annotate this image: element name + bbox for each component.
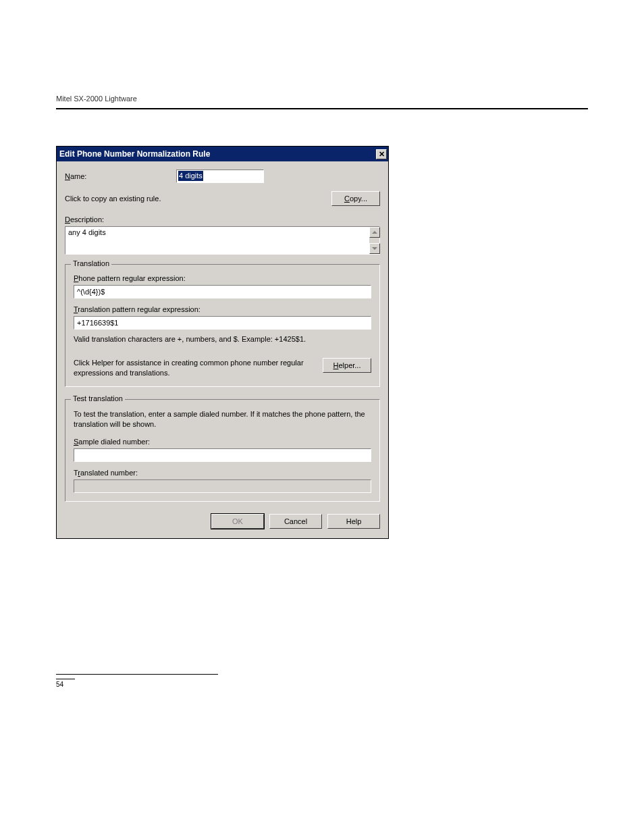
dialog-button-row: OK Cancel Help	[65, 514, 380, 529]
description-label: Description:	[65, 215, 380, 224]
scroll-up-icon[interactable]	[369, 227, 380, 238]
description-scrollbar[interactable]	[369, 226, 380, 255]
scroll-down-icon[interactable]	[369, 243, 380, 254]
translation-legend: Translation	[71, 259, 111, 267]
description-field[interactable]: any 4 digits	[65, 226, 380, 255]
edit-rule-dialog: Edit Phone Number Normalization Rule ✕ N…	[56, 146, 389, 539]
dialog-title: Edit Phone Number Normalization Rule	[59, 149, 210, 159]
name-label: Name:	[65, 172, 176, 180]
page-number-rule	[56, 679, 75, 679]
test-intro: To test the translation, enter a sample …	[74, 409, 371, 429]
test-legend: Test translation	[71, 394, 125, 402]
copy-hint: Click to copy an existing rule.	[65, 194, 161, 203]
description-textarea[interactable]: any 4 digits	[65, 226, 369, 255]
close-icon[interactable]: ✕	[376, 149, 387, 159]
translation-hint: Valid translation characters are +, numb…	[74, 335, 371, 343]
phone-pattern-label: Phone pattern regular expression:	[74, 274, 371, 282]
translation-pattern-input[interactable]	[74, 316, 371, 330]
ok-button[interactable]: OK	[211, 514, 264, 529]
phone-pattern-input[interactable]	[74, 285, 371, 298]
sample-dialed-label: Sample dialed number:	[74, 438, 371, 446]
test-translation-groupbox: Test translation To test the translation…	[65, 399, 380, 502]
help-button[interactable]: Help	[327, 514, 380, 529]
helper-text: Click Helper for assistance in creating …	[74, 358, 316, 378]
sample-dialed-input[interactable]	[74, 448, 371, 462]
footnote-rule	[56, 674, 218, 675]
dialog-titlebar[interactable]: Edit Phone Number Normalization Rule ✕	[57, 147, 388, 161]
copy-button[interactable]: Copy...	[331, 191, 380, 206]
name-input[interactable]: 4 digits	[176, 170, 264, 183]
helper-button[interactable]: Helper...	[323, 358, 371, 373]
page-footer: 54	[56, 674, 588, 688]
page-number: 54	[56, 681, 588, 688]
running-header: Mitel SX-2000 Lightware	[56, 95, 588, 109]
cancel-button[interactable]: Cancel	[269, 514, 322, 529]
name-input-value: 4 digits	[178, 171, 203, 181]
translation-groupbox: Translation Phone pattern regular expres…	[65, 264, 380, 387]
translation-pattern-label: Translation pattern regular expression:	[74, 305, 371, 313]
translated-number-output	[74, 479, 371, 493]
translated-number-label: Translated number:	[74, 469, 371, 477]
